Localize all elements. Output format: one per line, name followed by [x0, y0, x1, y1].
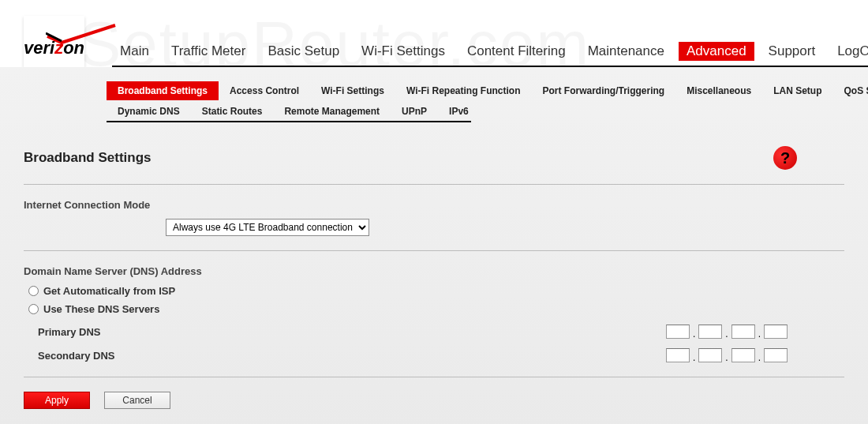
- nav-advanced[interactable]: Advanced: [679, 42, 754, 61]
- nav-support[interactable]: Support: [761, 42, 824, 61]
- subnav-qos-setup[interactable]: QoS Setup: [833, 81, 868, 100]
- primary-dns-octet-1[interactable]: [666, 325, 690, 339]
- primary-dns-octet-4[interactable]: [764, 325, 788, 339]
- subnav-remote-management[interactable]: Remote Management: [273, 102, 391, 121]
- secondary-dns-octet-3[interactable]: [731, 348, 755, 362]
- primary-dns-octet-2[interactable]: [698, 325, 722, 339]
- primary-dns-inputs: . . .: [666, 325, 788, 339]
- secondary-dns-label: Secondary DNS: [38, 350, 115, 362]
- divider: [24, 377, 844, 377]
- secondary-dns-inputs: . . .: [666, 348, 788, 362]
- secondary-dns-octet-4[interactable]: [764, 348, 788, 362]
- subnav-port-forwarding[interactable]: Port Forwarding/Triggering: [531, 81, 675, 100]
- divider: [24, 250, 844, 251]
- subnav-ipv6[interactable]: IPv6: [438, 102, 480, 121]
- dns-heading: Domain Name Server (DNS) Address: [24, 265, 844, 277]
- help-icon[interactable]: ?: [773, 146, 797, 170]
- verizon-logo: verizon: [24, 16, 84, 67]
- dns-auto-row: Get Automatically from ISP: [28, 285, 844, 297]
- connection-mode-label: Internet Connection Mode: [24, 199, 844, 211]
- button-row: Apply Cancel: [24, 392, 844, 409]
- connection-mode-select[interactable]: Always use 4G LTE Broadband connection: [166, 219, 369, 236]
- dot-icon: .: [757, 352, 762, 363]
- subnav-lan-setup[interactable]: LAN Setup: [762, 81, 832, 100]
- nav-wifi-settings[interactable]: Wi-Fi Settings: [354, 42, 453, 61]
- subnav-dynamic-dns[interactable]: Dynamic DNS: [107, 102, 191, 121]
- dns-auto-label: Get Automatically from ISP: [43, 285, 175, 297]
- dns-auto-radio[interactable]: [28, 286, 39, 296]
- nav-content-filtering[interactable]: Content Filtering: [459, 42, 574, 61]
- dot-icon: .: [757, 328, 762, 340]
- logo-text: verizon: [24, 38, 84, 58]
- dns-manual-row: Use These DNS Servers: [28, 303, 844, 315]
- header: verizon Main Traffic Meter Basic Setup W…: [0, 0, 868, 67]
- content-area: Broadband Settings Access Control Wi-Fi …: [0, 67, 868, 424]
- primary-dns-row: Primary DNS . . .: [38, 325, 844, 339]
- nav-maintenance[interactable]: Maintenance: [580, 42, 672, 61]
- subnav-broadband-settings[interactable]: Broadband Settings: [107, 81, 219, 100]
- subnav-static-routes[interactable]: Static Routes: [191, 102, 274, 121]
- secondary-dns-octet-1[interactable]: [666, 348, 690, 362]
- primary-dns-octet-3[interactable]: [731, 325, 755, 339]
- nav-logout[interactable]: LogOut: [829, 42, 868, 61]
- divider: [24, 184, 844, 185]
- dot-icon: .: [691, 328, 697, 340]
- sub-nav: Broadband Settings Access Control Wi-Fi …: [107, 81, 844, 122]
- cancel-button[interactable]: Cancel: [104, 392, 170, 409]
- nav-basic-setup[interactable]: Basic Setup: [260, 42, 347, 61]
- apply-button[interactable]: Apply: [24, 392, 90, 409]
- dot-icon: .: [724, 328, 729, 340]
- subnav-wifi-repeating[interactable]: Wi-Fi Repeating Function: [395, 81, 532, 100]
- nav-traffic-meter[interactable]: Traffic Meter: [163, 42, 253, 61]
- secondary-dns-row: Secondary DNS . . .: [38, 348, 844, 362]
- subnav-access-control[interactable]: Access Control: [219, 81, 310, 100]
- nav-main[interactable]: Main: [112, 42, 157, 61]
- page-title: Broadband Settings: [24, 150, 152, 166]
- dot-icon: .: [691, 352, 697, 363]
- primary-dns-label: Primary DNS: [38, 326, 100, 338]
- dot-icon: .: [724, 352, 729, 363]
- page-title-row: Broadband Settings ?: [24, 146, 844, 170]
- secondary-dns-octet-2[interactable]: [698, 348, 722, 362]
- top-nav: Main Traffic Meter Basic Setup Wi-Fi Set…: [112, 42, 868, 67]
- dns-manual-label: Use These DNS Servers: [43, 303, 159, 315]
- subnav-wifi-settings[interactable]: Wi-Fi Settings: [310, 81, 395, 100]
- connection-mode-row: Always use 4G LTE Broadband connection: [166, 219, 844, 236]
- dns-manual-radio[interactable]: [28, 304, 39, 314]
- subnav-upnp[interactable]: UPnP: [391, 102, 438, 121]
- subnav-miscellaneous[interactable]: Miscellaneous: [675, 81, 762, 100]
